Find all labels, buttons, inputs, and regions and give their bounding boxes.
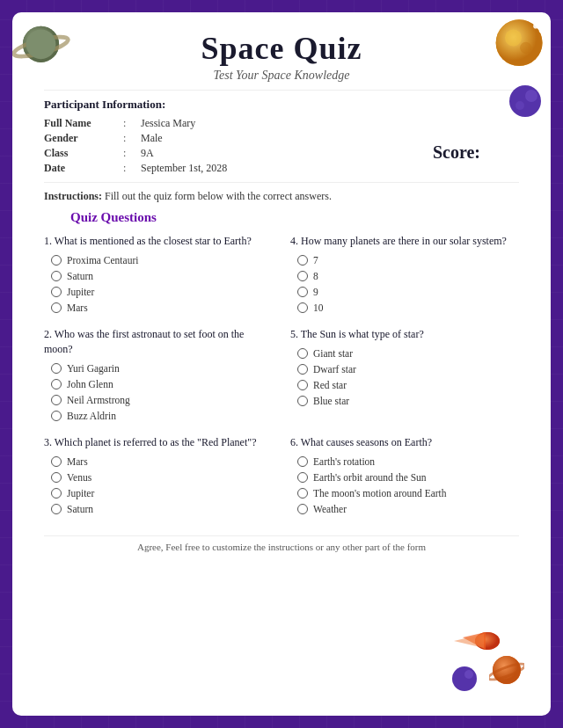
option-label: 9: [313, 285, 318, 299]
radio-circle[interactable]: [297, 302, 308, 313]
option-label: Red star: [313, 378, 347, 392]
list-item[interactable]: Saturn: [51, 502, 273, 516]
list-item[interactable]: Jupiter: [51, 285, 273, 299]
question-text-2: 4. How many planets are there in our sol…: [290, 234, 519, 249]
list-item[interactable]: Jupiter: [51, 486, 273, 500]
participant-section-title: Participant Information:: [44, 98, 519, 112]
radio-circle[interactable]: [51, 395, 62, 405]
svg-point-20: [464, 670, 473, 679]
question-text-5: 3. Which planet is referred to as the "R…: [44, 435, 273, 450]
radio-circle[interactable]: [51, 302, 62, 313]
list-item[interactable]: The moon's motion around Earth: [297, 486, 519, 500]
list-item[interactable]: Venus: [51, 470, 273, 484]
question-block-5: 3. Which planet is referred to as the "R…: [44, 435, 273, 518]
options-list-2: 78910: [297, 253, 519, 315]
list-item[interactable]: John Glenn: [51, 377, 273, 391]
option-label: Saturn: [67, 269, 93, 283]
radio-circle[interactable]: [297, 271, 308, 281]
options-list-3: Yuri GagarinJohn GlennNeil ArmstrongBuzz…: [51, 361, 273, 423]
radio-circle[interactable]: [297, 364, 308, 375]
list-item[interactable]: Blue star: [297, 394, 519, 408]
radio-circle[interactable]: [51, 379, 62, 389]
radio-circle[interactable]: [51, 411, 62, 421]
radio-circle[interactable]: [51, 255, 62, 266]
option-label: 8: [313, 269, 318, 283]
radio-circle[interactable]: [297, 255, 308, 266]
field-value-date: September 1st, 2028: [141, 162, 227, 175]
field-value-gender: Male: [141, 132, 163, 145]
radio-circle[interactable]: [297, 456, 308, 467]
list-item[interactable]: 8: [297, 269, 519, 283]
field-value-class: 9A: [141, 147, 154, 160]
list-item[interactable]: Mars: [51, 455, 273, 469]
option-label: The moon's motion around Earth: [313, 486, 447, 500]
options-list-5: MarsVenusJupiterSaturn: [51, 455, 273, 516]
question-block-3: 2. Who was the first astronaut to set fo…: [44, 327, 273, 425]
quiz-section: Quiz Questions 1. What is mentioned as t…: [44, 210, 519, 528]
list-item[interactable]: Yuri Gagarin: [51, 361, 273, 375]
svg-point-13: [525, 90, 537, 102]
list-item[interactable]: 7: [297, 253, 519, 267]
radio-circle[interactable]: [297, 472, 308, 483]
option-label: Saturn: [67, 502, 93, 516]
radio-circle[interactable]: [297, 488, 308, 499]
radio-circle[interactable]: [297, 287, 308, 297]
list-item[interactable]: Weather: [297, 502, 519, 516]
question-block-2: 4. How many planets are there in our sol…: [290, 234, 519, 317]
option-label: Mars: [67, 455, 88, 469]
radio-circle[interactable]: [297, 380, 308, 390]
list-item[interactable]: Red star: [297, 378, 519, 392]
question-block-1: 1. What is mentioned as the closest star…: [44, 234, 273, 317]
list-item[interactable]: Giant star: [297, 346, 519, 360]
option-label: Mars: [67, 301, 88, 315]
option-label: Proxima Centauri: [67, 253, 138, 267]
svg-point-19: [452, 666, 477, 691]
list-item[interactable]: Proxima Centauri: [51, 253, 273, 267]
participant-row-name: Full Name : Jessica Mary: [44, 117, 519, 130]
radio-circle[interactable]: [51, 456, 62, 467]
option-label: Buzz Aldrin: [67, 409, 116, 423]
question-text-1: 1. What is mentioned as the closest star…: [44, 234, 273, 249]
list-item[interactable]: 10: [297, 301, 519, 315]
svg-point-14: [515, 101, 524, 110]
field-label-class: Class: [44, 147, 123, 160]
list-item[interactable]: Earth's orbit around the Sun: [297, 470, 519, 484]
list-item[interactable]: Earth's rotation: [297, 455, 519, 469]
question-text-3: 2. Who was the first astronaut to set fo…: [44, 327, 273, 357]
option-label: 7: [313, 253, 318, 267]
option-label: Neil Armstrong: [67, 393, 130, 407]
svg-point-9: [533, 24, 538, 29]
radio-circle[interactable]: [297, 348, 308, 359]
radio-circle[interactable]: [51, 287, 62, 297]
instructions-text: Fill out the quiz form below with the co…: [105, 190, 332, 202]
list-item[interactable]: Buzz Aldrin: [51, 409, 273, 423]
option-label: Venus: [67, 470, 91, 484]
option-label: Earth's rotation: [313, 455, 375, 469]
list-item[interactable]: Mars: [51, 301, 273, 315]
radio-circle[interactable]: [51, 472, 62, 483]
small-planet-decoration: [489, 652, 524, 691]
radio-circle[interactable]: [51, 504, 62, 514]
question-block-4: 5. The Sun is what type of star?Giant st…: [290, 327, 519, 425]
svg-point-8: [520, 42, 531, 54]
options-list-4: Giant starDwarf starRed starBlue star: [297, 346, 519, 408]
options-list-1: Proxima CentauriSaturnJupiterMars: [51, 253, 273, 315]
svg-point-10: [539, 30, 543, 33]
list-item[interactable]: 9: [297, 285, 519, 299]
radio-circle[interactable]: [297, 504, 308, 514]
list-item[interactable]: Dwarf star: [297, 362, 519, 376]
list-item[interactable]: Neil Armstrong: [51, 393, 273, 407]
radio-circle[interactable]: [51, 271, 62, 281]
option-label: Jupiter: [67, 285, 94, 299]
page-header: Space Quiz Test Your Space Knowledge: [44, 30, 519, 83]
svg-point-12: [509, 85, 541, 117]
option-label: Giant star: [313, 346, 353, 360]
option-label: Blue star: [313, 394, 349, 408]
footer-note: Agree, Feel free to customize the instru…: [44, 535, 519, 552]
option-label: 10: [313, 301, 324, 315]
list-item[interactable]: Saturn: [51, 269, 273, 283]
radio-circle[interactable]: [51, 363, 62, 374]
radio-circle[interactable]: [297, 396, 308, 406]
score-label: Score:: [433, 142, 480, 162]
radio-circle[interactable]: [51, 488, 62, 499]
